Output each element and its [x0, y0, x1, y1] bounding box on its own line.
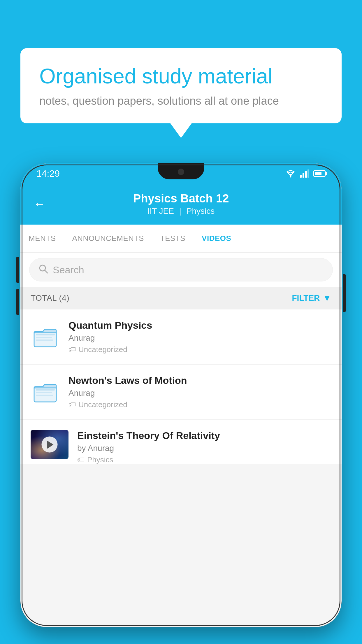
video-info: Quantum Physics Anurag 🏷 Uncategorized [68, 320, 331, 354]
video-tag: 🏷 Uncategorized [68, 345, 331, 354]
svg-rect-7 [34, 332, 56, 347]
wifi-icon [285, 169, 296, 178]
filter-label: FILTER [292, 293, 320, 303]
signal-icon [300, 169, 309, 178]
phone-wrapper: 14:29 [20, 163, 342, 644]
svg-rect-11 [34, 387, 56, 402]
volume-up-button [16, 257, 19, 283]
back-button[interactable]: ← [34, 197, 45, 211]
video-author: Anurag [68, 388, 331, 398]
bubble-subtitle: notes, question papers, solutions all at… [39, 95, 323, 107]
video-tag: 🏷 Uncategorized [68, 400, 331, 409]
search-bar[interactable]: Search [29, 258, 333, 281]
video-title: Newton's Laws of Motion [68, 375, 331, 386]
camera [178, 169, 184, 175]
volume-down-button [16, 289, 19, 315]
phone-frame: 14:29 [20, 163, 342, 627]
search-container: Search [20, 253, 342, 287]
video-tag: 🏷 Physics [77, 455, 331, 464]
bubble-title: Organised study material [39, 64, 323, 88]
search-placeholder: Search [53, 264, 84, 276]
battery-icon [313, 170, 326, 177]
speech-bubble: Organised study material notes, question… [20, 48, 342, 123]
folder-icon [31, 379, 60, 405]
header-center: Physics Batch 12 IIT JEE | Physics [133, 192, 229, 216]
tag-physics: Physics [187, 206, 215, 216]
tab-videos[interactable]: VIDEOS [194, 225, 239, 252]
video-thumbnail [31, 430, 68, 459]
phone-screen: 14:29 [20, 163, 342, 627]
svg-rect-13 [36, 392, 52, 393]
header-tags: IIT JEE | Physics [133, 206, 229, 216]
status-time: 14:29 [36, 168, 60, 179]
folder-icon [31, 324, 60, 350]
video-author: Anurag [68, 333, 331, 343]
filter-button[interactable]: FILTER ▼ [292, 293, 331, 303]
svg-rect-10 [36, 340, 53, 341]
svg-rect-9 [36, 337, 52, 338]
play-button[interactable] [42, 437, 58, 453]
video-info: Newton's Laws of Motion Anurag 🏷 Uncateg… [68, 375, 331, 409]
notch [158, 163, 204, 179]
play-icon [47, 440, 54, 449]
power-button [343, 274, 346, 312]
tabs-bar: MENTS ANNOUNCEMENTS TESTS VIDEOS [20, 225, 342, 253]
tab-announcements[interactable]: ANNOUNCEMENTS [64, 225, 152, 252]
list-item[interactable]: Newton's Laws of Motion Anurag 🏷 Uncateg… [20, 365, 342, 420]
video-author: by Anurag [77, 444, 331, 453]
tag-iit-jee: IIT JEE [147, 206, 174, 216]
video-title: Quantum Physics [68, 320, 331, 331]
tab-ments[interactable]: MENTS [20, 225, 64, 252]
list-item[interactable]: Einstein's Theory Of Relativity by Anura… [20, 420, 342, 464]
svg-line-6 [45, 270, 48, 273]
status-bar: 14:29 [20, 163, 342, 184]
list-item[interactable]: Quantum Physics Anurag 🏷 Uncategorized [20, 309, 342, 365]
svg-rect-14 [36, 395, 53, 396]
tag-icon: 🏷 [77, 455, 85, 464]
video-info: Einstein's Theory Of Relativity by Anura… [77, 430, 331, 464]
filter-bar: TOTAL (4) FILTER ▼ [20, 287, 342, 309]
filter-icon: ▼ [323, 293, 331, 303]
svg-rect-12 [36, 389, 55, 391]
tag-icon: 🏷 [68, 400, 76, 409]
total-count: TOTAL (4) [31, 293, 69, 303]
tab-tests[interactable]: TESTS [152, 225, 194, 252]
app-header: ← Physics Batch 12 IIT JEE | Physics [20, 184, 342, 225]
svg-rect-2 [303, 173, 304, 178]
svg-rect-3 [305, 171, 307, 178]
status-icons [285, 169, 326, 178]
header-title: Physics Batch 12 [133, 192, 229, 205]
svg-point-0 [290, 176, 291, 178]
svg-rect-4 [307, 169, 309, 178]
svg-rect-1 [300, 175, 302, 178]
tag-icon: 🏷 [68, 345, 76, 354]
video-list: Quantum Physics Anurag 🏷 Uncategorized [20, 309, 342, 464]
svg-rect-8 [36, 334, 55, 335]
search-icon [38, 264, 48, 276]
video-title: Einstein's Theory Of Relativity [77, 430, 331, 441]
